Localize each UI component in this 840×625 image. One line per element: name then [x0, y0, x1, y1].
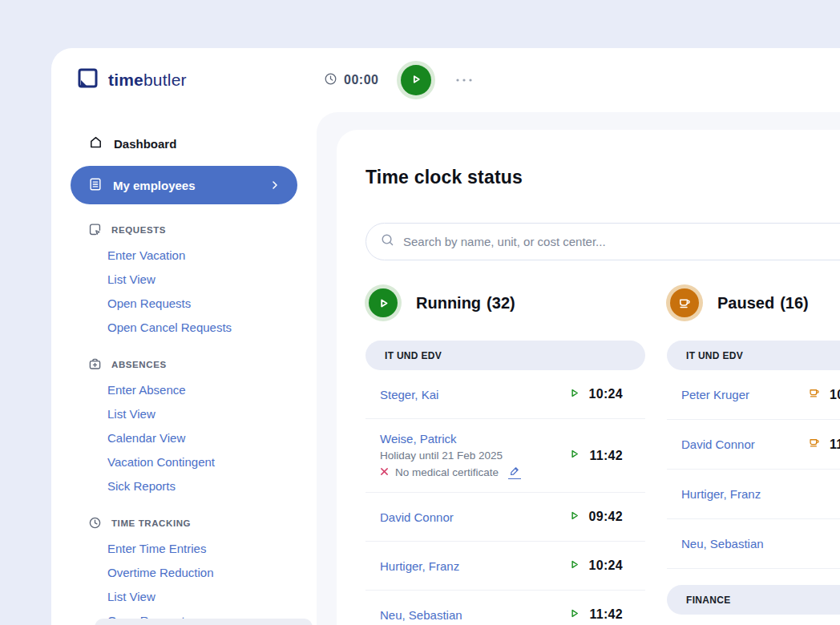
sidebar-item-dashboard[interactable]: Dashboard	[71, 127, 297, 159]
chevron-right-icon	[269, 179, 281, 192]
sidebar-nav: Dashboard My employees	[71, 127, 297, 625]
sidebar-item-absences-list-view[interactable]: List View	[71, 401, 297, 425]
clock-icon	[88, 516, 102, 531]
employee-row: David Connor 09:42	[365, 493, 645, 542]
paused-coffee-icon	[670, 288, 699, 317]
sidebar-item-enter-vacation[interactable]: Enter Vacation	[71, 243, 297, 267]
running-time: 09:42	[567, 509, 623, 526]
employee-name-link[interactable]: Hurtiger, Franz	[681, 487, 761, 501]
unit-group-header: IT UND EDV	[667, 341, 840, 370]
content-background: Time clock status	[317, 112, 840, 625]
running-header: Running(32)	[365, 287, 645, 319]
employee-name-link[interactable]: Peter Kruger	[681, 388, 749, 401]
play-icon	[409, 72, 423, 89]
app-window: timebutler Dashboard My employee	[51, 48, 840, 625]
play-outline-icon	[567, 386, 581, 403]
employee-name-link[interactable]: David Connor	[681, 438, 755, 451]
sidebar-item-requests-list-view[interactable]: List View	[71, 267, 297, 291]
play-outline-icon	[567, 509, 581, 526]
holiday-note: Holiday until 21 Feb 2025	[380, 450, 521, 462]
running-title: Running(32)	[416, 294, 515, 312]
coffee-cup-icon	[808, 436, 822, 453]
sidebar-item-vacation-contingent[interactable]: Vacation Contingent	[71, 450, 297, 474]
employee-row: Weise, Patrick Holiday until 21 Feb 2025…	[365, 419, 645, 493]
sidebar-item-label: Dashboard	[114, 137, 176, 151]
sidebar-partial-item[interactable]	[95, 619, 313, 625]
employee-details: Weise, Patrick Holiday until 21 Feb 2025…	[380, 432, 521, 479]
sidebar: timebutler Dashboard My employee	[51, 48, 317, 625]
sidebar-section-requests: REQUESTS	[71, 222, 297, 238]
search-icon	[380, 232, 395, 251]
time-clock-status-card: Time clock status	[337, 130, 840, 625]
running-time: 11:42	[567, 607, 623, 623]
timebutler-logo-icon	[78, 67, 99, 92]
employee-row: Neu, Sebastian 11:42	[365, 591, 645, 625]
sidebar-item-enter-absence[interactable]: Enter Absence	[71, 377, 297, 401]
employee-row: Hurtiger, Franz 10:24	[365, 542, 645, 591]
edit-pencil-icon[interactable]	[508, 466, 521, 479]
sidebar-item-label: My employees	[113, 179, 196, 192]
search-bar	[365, 223, 840, 260]
home-icon	[88, 135, 103, 152]
coffee-cup-icon	[808, 386, 822, 403]
certificate-warning: No medical certificate	[380, 466, 521, 479]
sidebar-item-open-cancel-requests[interactable]: Open Cancel Requests	[71, 315, 297, 339]
sidebar-item-open-requests[interactable]: Open Requests	[71, 291, 297, 315]
start-timer-button[interactable]	[401, 65, 431, 95]
sidebar-item-enter-time-entries[interactable]: Enter Time Entries	[71, 536, 297, 560]
paused-column: Paused(16) IT UND EDV Peter Kruger	[667, 287, 840, 625]
brand-logo[interactable]: timebutler	[78, 67, 187, 92]
request-icon	[88, 223, 102, 238]
status-columns: Running(32) IT UND EDV Steger, Kai	[365, 287, 840, 625]
sidebar-section-absences: ABSENCES	[71, 357, 297, 373]
employee-row: Steger, Kai 10:24	[365, 370, 645, 419]
running-column: Running(32) IT UND EDV Steger, Kai	[365, 287, 645, 625]
employee-row: David Connor 11:	[667, 420, 840, 470]
sidebar-item-overtime-reduction[interactable]: Overtime Reduction	[71, 560, 297, 584]
play-outline-icon	[567, 447, 581, 464]
sidebar-item-time-list-view[interactable]: List View	[71, 584, 297, 608]
employee-row	[667, 615, 840, 625]
play-outline-icon	[567, 607, 581, 623]
employee-name-link[interactable]: Steger, Kai	[380, 388, 438, 401]
play-outline-icon	[567, 558, 581, 575]
unit-group-header: FINANCE	[667, 585, 840, 615]
running-time: 10:24	[567, 386, 623, 403]
time-clock-widget: 00:00	[324, 48, 473, 112]
employee-name-link[interactable]: Weise, Patrick	[380, 432, 521, 446]
running-time: 10:24	[567, 558, 623, 575]
search-input[interactable]	[403, 235, 840, 248]
employee-name-link[interactable]: Neu, Sebastian	[681, 537, 764, 550]
paused-time: 10	[808, 386, 840, 403]
sidebar-item-calendar-view[interactable]: Calendar View	[71, 425, 297, 450]
employees-list-icon	[88, 177, 103, 194]
more-menu-icon[interactable]	[455, 78, 473, 83]
employee-name-link[interactable]: Neu, Sebastian	[380, 608, 462, 622]
paused-time: 11:	[808, 436, 840, 453]
paused-header: Paused(16)	[667, 287, 840, 319]
employee-row: Hurtiger, Franz	[667, 470, 840, 519]
sidebar-item-my-employees[interactable]: My employees	[71, 166, 297, 204]
timer-value: 00:00	[344, 73, 378, 87]
employee-name-link[interactable]: David Connor	[380, 510, 454, 524]
employee-row: Peter Kruger 10	[667, 370, 840, 420]
running-play-icon	[369, 288, 398, 317]
x-mark-icon	[380, 466, 389, 478]
topbar: 00:00	[317, 48, 840, 112]
running-time: 11:42	[567, 447, 623, 464]
employee-name-link[interactable]: Hurtiger, Franz	[380, 559, 459, 573]
absence-kit-icon	[88, 357, 102, 373]
unit-group-header: IT UND EDV	[365, 341, 645, 370]
brand-name: timebutler	[108, 71, 187, 90]
sidebar-item-sick-reports[interactable]: Sick Reports	[71, 474, 297, 498]
clock-icon	[324, 72, 337, 89]
sidebar-section-time-tracking: TIME TRACKING	[71, 515, 297, 531]
employee-row: Neu, Sebastian	[667, 519, 840, 569]
page-title: Time clock status	[365, 165, 840, 189]
paused-title: Paused(16)	[717, 294, 809, 312]
